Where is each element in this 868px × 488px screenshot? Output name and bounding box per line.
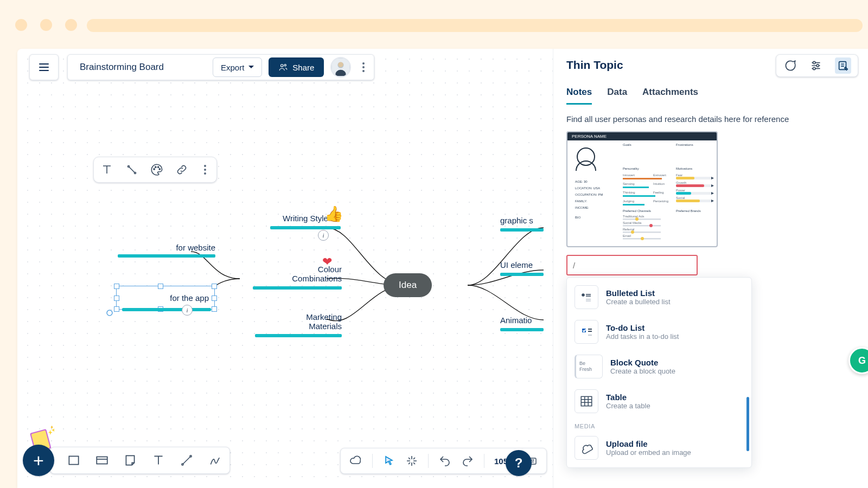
comments-icon[interactable] (783, 59, 797, 73)
line-tool-icon[interactable] (180, 453, 194, 467)
persona-card-thumbnail[interactable]: PERSONA NAME AGE: 30 LOCATION: USA OCCUP… (566, 131, 718, 247)
main-menu-button[interactable] (29, 54, 59, 80)
svg-text:Fear: Fear (676, 174, 682, 177)
svg-rect-54 (623, 178, 662, 179)
svg-rect-66 (676, 177, 694, 179)
svg-point-34 (816, 65, 819, 67)
svg-text:Judging: Judging (623, 200, 634, 203)
svg-rect-97 (581, 396, 592, 406)
menu-item-todo-list[interactable]: To-do ListAdd tasks in a to-do list (567, 314, 751, 349)
svg-point-35 (813, 67, 815, 69)
tab-attachments[interactable]: Attachments (642, 87, 698, 105)
svg-text:✨: ✨ (48, 425, 54, 436)
svg-rect-20 (97, 457, 107, 464)
svg-point-33 (813, 61, 815, 63)
svg-text:LOCATION: USA: LOCATION: USA (575, 187, 600, 190)
svg-rect-69 (676, 184, 704, 187)
svg-rect-83 (623, 232, 661, 233)
browser-traffic-lights (15, 19, 77, 31)
svg-text:INCOME:: INCOME: (575, 206, 589, 209)
branch-animation[interactable]: Animatio (500, 316, 554, 331)
svg-rect-77 (623, 219, 661, 220)
svg-text:Growth: Growth (676, 181, 686, 184)
board-title[interactable]: Brainstorming Board (80, 62, 164, 73)
branch-ui-elements[interactable]: UI eleme (500, 260, 554, 276)
svg-text:Preferred Brands: Preferred Brands (676, 209, 701, 213)
note-shape-icon[interactable] (123, 453, 137, 467)
export-button[interactable]: Export (213, 57, 262, 77)
svg-rect-80 (623, 225, 661, 227)
share-button[interactable]: Share (269, 57, 324, 77)
upload-file-icon (575, 436, 598, 460)
browser-url-bar[interactable] (87, 19, 863, 32)
svg-text:Social: Social (676, 196, 685, 200)
block-quote-icon: Be Fresh (575, 355, 603, 378)
bulleted-list-icon (575, 285, 598, 309)
card-shape-icon[interactable] (95, 453, 109, 467)
thumbs-up-icon: 👍 (324, 205, 343, 223)
menu-item-block-quote[interactable]: Be Fresh Block QuoteCreate a block quote (567, 349, 751, 384)
redo-icon[interactable] (461, 454, 474, 467)
cloud-sync-icon[interactable] (349, 454, 362, 467)
menu-item-table[interactable]: TableCreate a table (567, 384, 751, 419)
svg-text:Sensing: Sensing (623, 182, 635, 185)
table-icon (575, 389, 598, 413)
filters-icon[interactable] (809, 59, 823, 73)
notes-panel-icon[interactable] (835, 57, 851, 74)
svg-point-84 (631, 230, 634, 234)
svg-point-8 (339, 62, 344, 67)
subbranch-website[interactable]: for website (118, 243, 215, 258)
svg-text:Traditional Ads: Traditional Ads (623, 215, 644, 218)
svg-point-4 (284, 65, 286, 66)
rotate-handle-icon[interactable] (106, 309, 113, 317)
note-text: Find all user personas and research deta… (566, 114, 855, 124)
menu-item-bulleted-list[interactable]: Bulleted ListCreate a bulleted list (567, 280, 751, 314)
svg-text:Personality: Personality (623, 167, 639, 170)
people-icon (278, 62, 288, 72)
toolbar-more-button[interactable] (358, 62, 369, 72)
svg-rect-60 (623, 195, 655, 197)
svg-point-29 (533, 460, 534, 460)
svg-text:Perceiving: Perceiving (653, 200, 668, 203)
branch-graphic[interactable]: graphic s (500, 216, 554, 232)
top-toolbar: Brainstorming Board Export Share (67, 54, 374, 80)
slash-command-input[interactable]: / (566, 255, 698, 275)
pan-tool-icon[interactable] (405, 454, 418, 467)
svg-rect-57 (623, 187, 649, 188)
user-avatar[interactable] (330, 57, 351, 78)
svg-rect-63 (623, 204, 644, 206)
svg-point-3 (281, 65, 284, 67)
details-panel: Thin Topic Notes Data Attachments Find a… (553, 49, 868, 488)
tab-notes[interactable]: Notes (566, 87, 592, 105)
svg-point-28 (532, 460, 532, 460)
help-button[interactable]: ? (506, 450, 532, 476)
svg-text:BIO: BIO (575, 216, 581, 219)
branch-marketing-materials[interactable]: Marketing Materials (255, 312, 342, 337)
svg-point-78 (635, 217, 639, 221)
svg-text:Extrovert: Extrovert (653, 174, 666, 177)
menu-item-upload-file[interactable]: Upload fileUpload or embed an image (567, 431, 751, 465)
svg-text:FAMILY:: FAMILY: (575, 200, 588, 203)
svg-text:Introvert: Introvert (623, 174, 635, 177)
todo-list-icon (575, 320, 598, 344)
tab-data[interactable]: Data (607, 87, 627, 105)
block-type-menu: Bulleted ListCreate a bulleted list To-d… (566, 277, 752, 468)
svg-text:Preferred Channels: Preferred Channels (623, 209, 651, 213)
add-button[interactable]: + (23, 445, 54, 476)
center-node[interactable]: Idea (384, 273, 432, 297)
svg-rect-19 (69, 456, 78, 464)
svg-text:Power: Power (676, 189, 685, 192)
text-shape-icon[interactable] (151, 453, 165, 467)
pointer-tool-icon[interactable] (382, 454, 395, 467)
rectangle-shape-icon[interactable] (67, 453, 81, 467)
svg-text:Thinking: Thinking (623, 191, 635, 194)
menu-scrollbar[interactable] (746, 397, 749, 451)
freehand-tool-icon[interactable] (208, 453, 222, 467)
undo-icon[interactable] (438, 454, 451, 467)
branch-colour-combinations[interactable]: Colour Combinations (253, 265, 342, 290)
panel-tabs: Notes Data Attachments (553, 87, 868, 105)
svg-text:Email: Email (623, 234, 631, 237)
svg-point-88 (582, 294, 584, 296)
svg-point-81 (649, 224, 653, 227)
subbranch-app-selected[interactable]: for the app i (116, 286, 215, 310)
